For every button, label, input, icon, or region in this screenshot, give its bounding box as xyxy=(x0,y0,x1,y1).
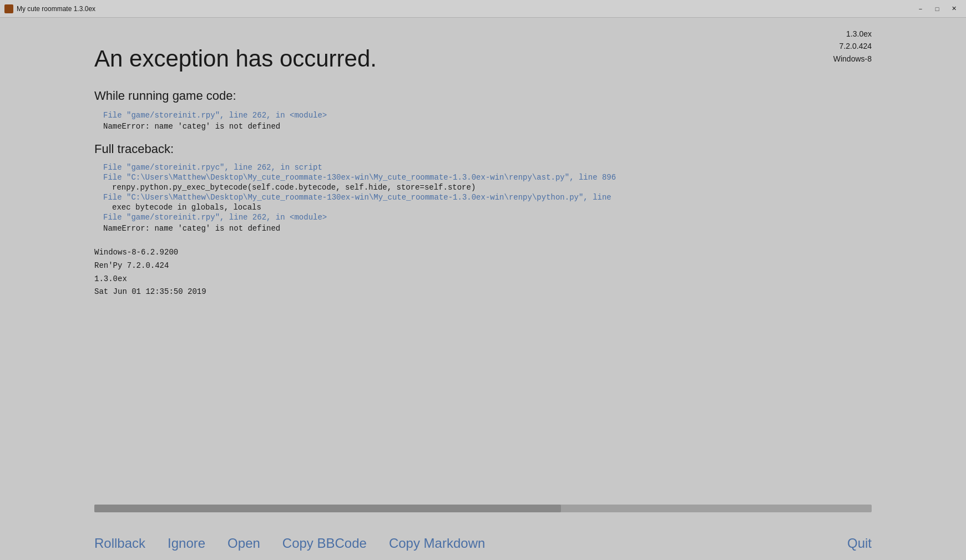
bottom-buttons: Rollback Ignore Open Copy BBCode Copy Ma… xyxy=(94,536,872,551)
running-block: File "game/storeinit.rpy", line 262, in … xyxy=(103,110,872,131)
copy-bbcode-button[interactable]: Copy BBCode xyxy=(282,536,367,551)
traceback-code-1: renpy.python.py_exec_bytecode(self.code.… xyxy=(103,183,872,192)
copy-markdown-button[interactable]: Copy Markdown xyxy=(389,536,485,551)
running-error: NameError: name 'categ' is not defined xyxy=(103,122,872,131)
titlebar: My cute roommate 1.3.0ex − □ ✕ xyxy=(0,0,966,18)
traceback-link-2[interactable]: File "C:\Users\Matthew\Desktop\My_cute_r… xyxy=(103,193,872,202)
close-button[interactable]: ✕ xyxy=(946,2,962,16)
system-date: Sat Jun 01 12:35:50 2019 xyxy=(94,286,872,299)
quit-button[interactable]: Quit xyxy=(847,536,872,551)
bottom-buttons-left: Rollback Ignore Open Copy BBCode Copy Ma… xyxy=(94,536,485,551)
main-content: An exception has occurred. While running… xyxy=(0,18,966,560)
app-icon xyxy=(4,4,13,13)
running-link[interactable]: File "game/storeinit.rpy", line 262, in … xyxy=(103,111,327,120)
running-heading: While running game code: xyxy=(94,89,872,103)
progress-bar-fill xyxy=(94,505,561,512)
maximize-button[interactable]: □ xyxy=(929,2,945,16)
titlebar-left: My cute roommate 1.3.0ex xyxy=(4,4,95,13)
minimize-button[interactable]: − xyxy=(913,2,928,16)
titlebar-title: My cute roommate 1.3.0ex xyxy=(17,5,95,13)
traceback-block: File "game/storeinit.rpyc", line 262, in… xyxy=(103,163,872,233)
system-version: 1.3.0ex xyxy=(94,273,872,286)
traceback-link-0[interactable]: File "game/storeinit.rpyc", line 262, in… xyxy=(103,163,872,172)
bottom-bar: Rollback Ignore Open Copy BBCode Copy Ma… xyxy=(0,505,966,560)
titlebar-controls: − □ ✕ xyxy=(913,2,962,16)
traceback-code-2: exec bytecode in globals, locals xyxy=(103,203,872,212)
traceback-error: NameError: name 'categ' is not defined xyxy=(103,224,872,233)
traceback-link-1[interactable]: File "C:\Users\Matthew\Desktop\My_cute_r… xyxy=(103,173,872,182)
ignore-button[interactable]: Ignore xyxy=(168,536,205,551)
open-button[interactable]: Open xyxy=(227,536,260,551)
system-os: Windows-8-6.2.9200 xyxy=(94,246,872,259)
system-renpy: Ren'Py 7.2.0.424 xyxy=(94,259,872,273)
system-info: Windows-8-6.2.9200 Ren'Py 7.2.0.424 1.3.… xyxy=(94,246,872,299)
rollback-button[interactable]: Rollback xyxy=(94,536,145,551)
progress-bar-container xyxy=(94,505,872,512)
exception-heading: An exception has occurred. xyxy=(94,45,872,72)
traceback-heading: Full traceback: xyxy=(94,142,872,156)
progress-bar-bg xyxy=(94,505,872,512)
traceback-link-3[interactable]: File "game/storeinit.rpy", line 262, in … xyxy=(103,213,872,222)
